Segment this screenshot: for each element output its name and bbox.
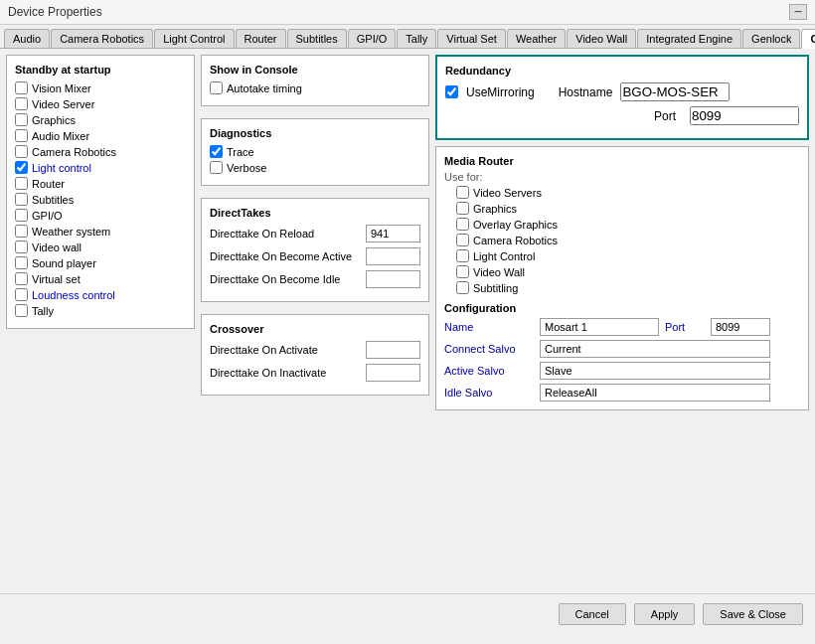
standby-checkbox-5[interactable] xyxy=(15,161,28,174)
tab-gpi/o[interactable]: GPI/O xyxy=(348,29,397,48)
tab-subtitles[interactable]: Subtitles xyxy=(287,29,347,48)
mr-label-4[interactable]: Light Control xyxy=(473,250,535,262)
standby-checkbox-7[interactable] xyxy=(15,193,28,206)
standby-label-5[interactable]: Light control xyxy=(32,162,91,174)
tab-light-control[interactable]: Light Control xyxy=(154,29,234,48)
standby-label-11[interactable]: Sound player xyxy=(32,257,96,269)
directtake-label-0: Directtake On Reload xyxy=(210,228,366,240)
media-router-item: Camera Robotics xyxy=(456,234,800,246)
mr-label-3[interactable]: Camera Robotics xyxy=(473,235,558,246)
tab-camera-robotics[interactable]: Camera Robotics xyxy=(51,29,153,48)
use-mirroring-checkbox[interactable] xyxy=(445,85,458,98)
title-bar: Device Properties ─ xyxy=(0,0,815,25)
tab-tally[interactable]: Tally xyxy=(397,29,436,48)
diagnostics-section: Diagnostics Trace Verbose xyxy=(201,118,429,186)
standby-label-3[interactable]: Audio Mixer xyxy=(32,130,89,142)
tabs-bar: AudioCamera RoboticsLight ControlRouterS… xyxy=(0,25,815,49)
connect-salvo-input[interactable] xyxy=(540,340,770,358)
verbose-row: Verbose xyxy=(210,161,420,174)
standby-checkbox-4[interactable] xyxy=(15,145,28,158)
autotake-label[interactable]: Autotake timing xyxy=(227,82,302,94)
standby-label-10[interactable]: Video wall xyxy=(32,242,82,253)
mr-label-5[interactable]: Video Wall xyxy=(473,266,525,278)
standby-checkbox-10[interactable] xyxy=(15,241,28,253)
standby-checkbox-3[interactable] xyxy=(15,129,28,142)
standby-item: Camera Robotics xyxy=(15,145,186,158)
port-label: Port xyxy=(654,109,676,123)
media-router-item: Light Control xyxy=(456,249,800,262)
directtake-input-1[interactable] xyxy=(366,247,420,265)
standby-checkbox-6[interactable] xyxy=(15,177,28,190)
standby-checkbox-11[interactable] xyxy=(15,256,28,269)
trace-row: Trace xyxy=(210,145,420,158)
tab-router[interactable]: Router xyxy=(236,29,286,48)
show-in-console-section: Show in Console Autotake timing xyxy=(201,55,429,106)
idle-salvo-input[interactable] xyxy=(540,384,770,402)
standby-checkbox-14[interactable] xyxy=(15,304,28,317)
standby-label-12[interactable]: Virtual set xyxy=(32,273,81,285)
mr-checkbox-6[interactable] xyxy=(456,281,469,294)
tab-audio[interactable]: Audio xyxy=(4,29,50,48)
mr-checkbox-1[interactable] xyxy=(456,202,469,215)
port-input[interactable] xyxy=(690,106,799,125)
save-close-button[interactable]: Save & Close xyxy=(703,603,803,625)
standby-label-9[interactable]: Weather system xyxy=(32,226,110,238)
standby-label-6[interactable]: Router xyxy=(32,178,65,190)
standby-label-8[interactable]: GPI/O xyxy=(32,210,63,222)
standby-label-7[interactable]: Subtitles xyxy=(32,194,74,206)
standby-label-1[interactable]: Video Server xyxy=(32,98,94,110)
standby-checkbox-1[interactable] xyxy=(15,97,28,110)
standby-checkbox-8[interactable] xyxy=(15,209,28,222)
mr-checkbox-0[interactable] xyxy=(456,186,469,199)
use-mirroring-label[interactable]: UseMirroring xyxy=(466,85,535,99)
standby-label-14[interactable]: Tally xyxy=(32,305,54,317)
standby-label-0[interactable]: Vision Mixer xyxy=(32,82,91,94)
standby-checkbox-13[interactable] xyxy=(15,288,28,301)
standby-checkbox-12[interactable] xyxy=(15,272,28,285)
mr-checkbox-3[interactable] xyxy=(456,234,469,246)
mr-checkbox-5[interactable] xyxy=(456,265,469,278)
standby-label-4[interactable]: Camera Robotics xyxy=(32,146,116,158)
standby-title: Standby at startup xyxy=(15,64,186,76)
trace-label[interactable]: Trace xyxy=(227,146,254,158)
media-router-items: Video ServersGraphicsOverlay GraphicsCam… xyxy=(444,186,800,294)
standby-item: Tally xyxy=(15,304,186,317)
mr-label-2[interactable]: Overlay Graphics xyxy=(473,219,558,231)
name-input[interactable] xyxy=(540,318,659,336)
standby-label-13[interactable]: Loudness control xyxy=(32,289,115,301)
cancel-button[interactable]: Cancel xyxy=(559,603,626,625)
directtake-row-2: Directtake On Become Idle xyxy=(210,270,420,288)
crossover-input-0[interactable] xyxy=(366,341,420,359)
mr-checkbox-2[interactable] xyxy=(456,218,469,231)
tab-general[interactable]: General xyxy=(801,29,815,49)
tab-video-wall[interactable]: Video Wall xyxy=(567,29,636,48)
trace-checkbox[interactable] xyxy=(210,145,223,158)
active-salvo-input[interactable] xyxy=(540,362,770,380)
apply-button[interactable]: Apply xyxy=(634,603,696,625)
verbose-checkbox[interactable] xyxy=(210,161,223,174)
standby-section: Standby at startup Vision MixerVideo Ser… xyxy=(6,55,195,329)
minimize-button[interactable]: ─ xyxy=(789,4,807,20)
tab-virtual-set[interactable]: Virtual Set xyxy=(437,29,506,48)
autotake-checkbox[interactable] xyxy=(210,81,223,94)
tab-integrated-engine[interactable]: Integrated Engine xyxy=(637,29,741,48)
standby-checkbox-9[interactable] xyxy=(15,225,28,238)
standby-checkbox-2[interactable] xyxy=(15,113,28,126)
directtake-input-0[interactable] xyxy=(366,225,420,242)
crossover-input-1[interactable] xyxy=(366,364,420,382)
mr-label-6[interactable]: Subtitling xyxy=(473,282,518,294)
tab-weather[interactable]: Weather xyxy=(507,29,566,48)
mr-label-1[interactable]: Graphics xyxy=(473,203,517,215)
standby-checkbox-0[interactable] xyxy=(15,81,28,94)
directtake-input-2[interactable] xyxy=(366,270,420,288)
mr-checkbox-4[interactable] xyxy=(456,249,469,262)
active-salvo-label: Active Salvo xyxy=(444,365,534,377)
verbose-label[interactable]: Verbose xyxy=(227,162,266,174)
hostname-input[interactable] xyxy=(620,82,730,101)
mr-port-input[interactable] xyxy=(711,318,770,336)
tab-genlock[interactable]: Genlock xyxy=(742,29,800,48)
directtakes-title: DirectTakes xyxy=(210,207,420,219)
standby-label-2[interactable]: Graphics xyxy=(32,114,76,126)
title-bar-controls: ─ xyxy=(789,4,807,20)
mr-label-0[interactable]: Video Servers xyxy=(473,187,542,199)
